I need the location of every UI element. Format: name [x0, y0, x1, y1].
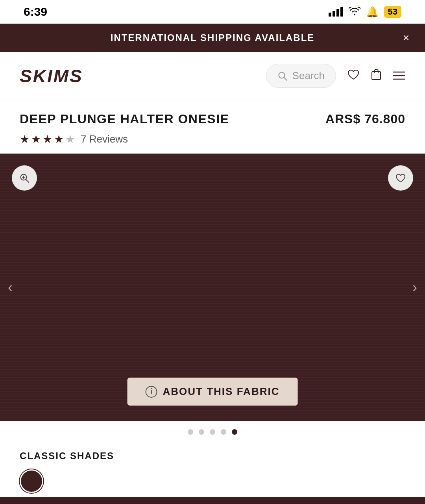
svg-line-1: [284, 78, 287, 80]
info-icon: i: [146, 386, 157, 398]
select-size-bar[interactable]: SELECT A SIZE: [0, 497, 425, 504]
search-button[interactable]: Search: [266, 64, 336, 88]
image-wishlist-button[interactable]: [388, 165, 413, 191]
about-fabric-label: ABOUT THIS FABRIC: [163, 385, 280, 398]
nav-right: Search: [266, 64, 405, 88]
star-rating: ★ ★ ★ ★ ★: [20, 133, 75, 146]
svg-rect-2: [372, 72, 381, 80]
about-fabric-button[interactable]: i ABOUT THIS FABRIC: [128, 378, 298, 406]
review-count[interactable]: 7 Reviews: [81, 133, 128, 145]
carousel-next-button[interactable]: ›: [412, 279, 417, 296]
shades-section: CLASSIC SHADES: [0, 439, 425, 497]
shades-title: CLASSIC SHADES: [20, 450, 405, 461]
product-image-container: ‹ › i ABOUT THIS FABRIC: [0, 154, 425, 421]
dot-4[interactable]: [221, 429, 226, 435]
dot-2[interactable]: [199, 429, 204, 435]
logo[interactable]: SKIMS: [20, 65, 83, 87]
battery-indicator: 53: [384, 6, 401, 18]
rating-row: ★ ★ ★ ★ ★ 7 Reviews: [0, 133, 425, 154]
status-time: 6:39: [24, 5, 47, 19]
header-nav: SKIMS Search: [0, 52, 425, 100]
dot-1[interactable]: [188, 429, 193, 435]
star-4: ★: [54, 133, 64, 146]
svg-line-7: [26, 180, 29, 183]
product-price: ARS$ 76.800: [325, 112, 405, 126]
carousel-prev-button[interactable]: ‹: [8, 279, 13, 296]
announcement-text: INTERNATIONAL SHIPPING AVAILABLE: [111, 32, 315, 43]
wishlist-icon[interactable]: [347, 69, 360, 83]
signal-bars-icon: [329, 7, 343, 17]
star-5: ★: [65, 133, 75, 146]
dot-3[interactable]: [210, 429, 215, 435]
zoom-button[interactable]: [12, 165, 37, 191]
bell-icon: 🔔: [366, 6, 379, 18]
status-bar: 6:39 🔔 53: [0, 0, 425, 24]
star-1: ★: [20, 133, 30, 146]
search-label: Search: [292, 70, 325, 82]
search-icon: [277, 71, 288, 81]
cart-icon[interactable]: [371, 68, 382, 84]
menu-icon[interactable]: [393, 69, 405, 83]
product-title: DEEP PLUNGE HALTER ONESIE: [20, 112, 229, 126]
color-swatch-cocoa[interactable]: [20, 469, 43, 493]
star-3: ★: [42, 133, 52, 146]
star-2: ★: [31, 133, 41, 146]
announcement-banner: INTERNATIONAL SHIPPING AVAILABLE ×: [0, 24, 425, 52]
product-info: DEEP PLUNGE HALTER ONESIE ARS$ 76.800: [0, 100, 425, 133]
banner-close-button[interactable]: ×: [403, 32, 409, 44]
wifi-icon: [349, 6, 360, 18]
dot-5[interactable]: [232, 429, 237, 435]
carousel-dots: [0, 421, 425, 439]
status-icons: 🔔 53: [329, 6, 401, 18]
